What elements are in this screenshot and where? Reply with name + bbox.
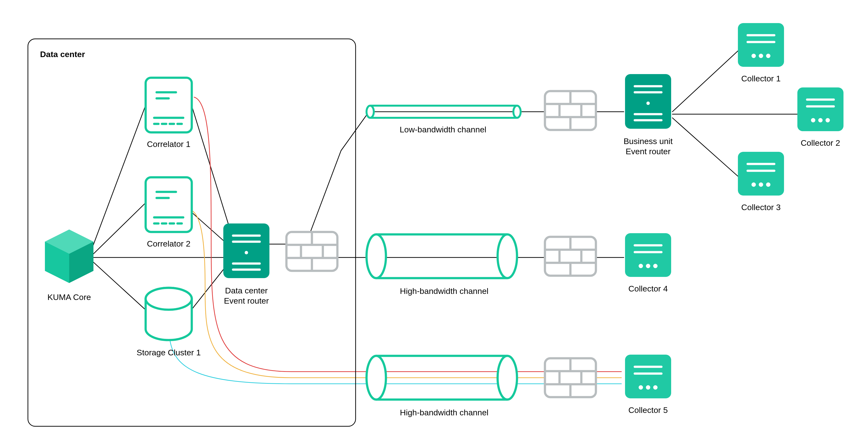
firewall-dc-icon [286, 232, 337, 271]
dc-event-router-label-2: Event router [224, 296, 269, 305]
svg-point-85 [653, 264, 657, 268]
collector-1-icon [738, 23, 784, 67]
svg-point-54 [498, 356, 517, 400]
edge-core-to-correlator1 [92, 102, 147, 248]
svg-point-66 [759, 54, 763, 58]
svg-point-55 [367, 356, 386, 400]
storage-cluster-label: Storage Cluster 1 [137, 348, 201, 357]
collector-1-label: Collector 1 [741, 74, 781, 83]
collector-2-icon [797, 87, 843, 131]
svg-point-84 [646, 264, 650, 268]
svg-point-50 [514, 106, 521, 118]
svg-point-78 [759, 182, 763, 187]
high-bandwidth-1-label: High-bandwidth channel [400, 286, 489, 296]
low-bandwidth-label: Low-bandwidth channel [400, 125, 486, 134]
svg-point-15 [146, 288, 192, 310]
correlator-1-label: Correlator 1 [147, 139, 190, 149]
svg-rect-68 [797, 87, 843, 131]
kuma-core-label: KUMA Core [47, 292, 91, 302]
collector-3-label: Collector 3 [741, 203, 781, 212]
edge-core-to-storage [92, 261, 148, 312]
svg-point-73 [826, 118, 830, 122]
svg-point-51 [367, 106, 374, 118]
firewall-top-icon [545, 91, 596, 130]
svg-point-83 [639, 264, 643, 268]
svg-point-59 [646, 101, 650, 105]
dc-event-router-label-1: Data center [225, 286, 268, 295]
collector-3-icon [738, 152, 784, 196]
edge-storage-to-dcrouter [190, 270, 223, 311]
collector-5-label: Collector 5 [628, 405, 668, 415]
firewall-bot-icon [545, 358, 596, 397]
high-bandwidth-2-label: High-bandwidth channel [400, 408, 489, 417]
bu-event-router-icon [625, 74, 671, 129]
edge-burouter-to-collector3 [672, 118, 739, 177]
svg-point-72 [818, 118, 823, 122]
collector-5-icon [625, 355, 671, 398]
correlator-2-icon [146, 177, 192, 232]
svg-rect-86 [625, 355, 671, 398]
edge-burouter-to-collector1 [672, 50, 739, 112]
svg-point-19 [245, 251, 248, 254]
bu-event-router-label-1: Business unit [624, 137, 673, 146]
svg-point-91 [653, 385, 657, 389]
svg-point-90 [646, 385, 650, 389]
firewall-mid-icon [545, 237, 596, 276]
edge-core-to-correlator2 [92, 202, 147, 255]
dc-event-router-icon [223, 224, 270, 278]
kuma-core-icon [45, 230, 93, 283]
collector-4-icon [625, 233, 671, 277]
svg-point-53 [367, 234, 386, 278]
collector-4-label: Collector 4 [628, 284, 668, 293]
data-center-label: Data center [40, 50, 85, 59]
svg-rect-80 [625, 233, 671, 277]
correlator-2-label: Correlator 2 [147, 239, 190, 248]
svg-point-79 [766, 182, 770, 187]
svg-point-67 [766, 54, 770, 58]
svg-point-52 [498, 234, 517, 278]
svg-rect-62 [738, 23, 784, 67]
correlator-1-icon [146, 78, 192, 133]
storage-cluster-icon [146, 288, 192, 340]
svg-rect-74 [738, 152, 784, 196]
bu-event-router-label-2: Event router [625, 147, 671, 156]
svg-point-77 [751, 182, 756, 187]
high-bandwidth-pipe-1-icon [367, 234, 517, 278]
edge-correlator2-to-dcrouter [190, 211, 223, 240]
svg-point-65 [751, 54, 756, 58]
collector-2-label: Collector 2 [801, 138, 840, 147]
svg-point-71 [811, 118, 815, 122]
svg-point-89 [639, 385, 643, 389]
edge-correlator1-to-dcrouter [190, 102, 228, 224]
